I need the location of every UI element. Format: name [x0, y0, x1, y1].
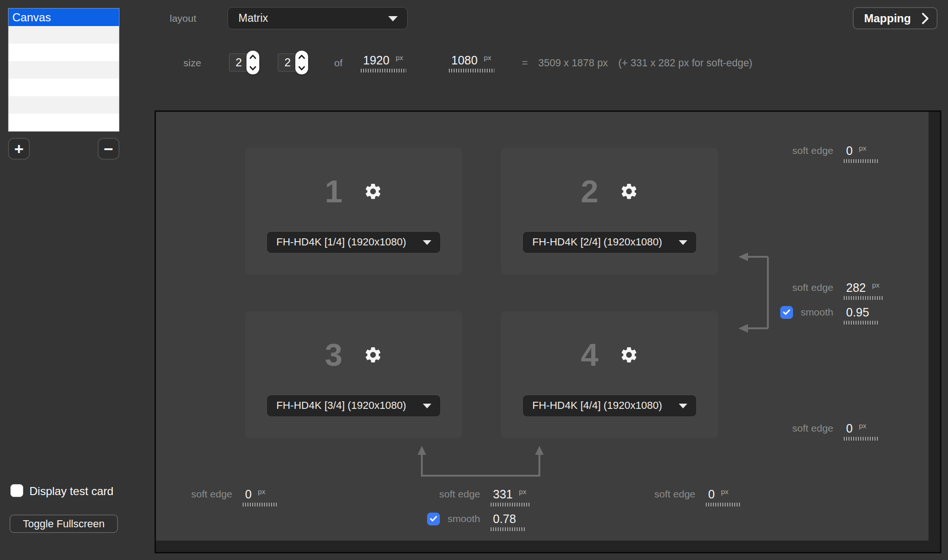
output-device-dropdown[interactable]: FH-HD4K [3/4] (1920x1080) [266, 395, 441, 417]
minus-icon: − [104, 141, 113, 157]
display-test-card-checkbox[interactable] [10, 484, 23, 497]
list-item[interactable] [9, 26, 119, 44]
soft-edge-scrubber[interactable]: 331px [493, 487, 527, 506]
soft-edge-right-between-rows: soft edge 282px smooth 0.95 [757, 280, 880, 325]
chevron-up-icon [249, 54, 256, 59]
output-device-dropdown[interactable]: FH-HD4K [2/4] (1920x1080) [522, 231, 697, 253]
soft-edge-scrubber[interactable]: 282px [846, 280, 880, 300]
output-device-value: FH-HD4K [2/4] (1920x1080) [532, 236, 662, 248]
size-label: size [183, 57, 201, 69]
list-item[interactable] [9, 61, 119, 79]
scrubber-ticks[interactable] [491, 503, 530, 506]
output-cell-2: 2 FH-HD4K [2/4] (1920x1080) [501, 148, 718, 275]
output-device-value: FH-HD4K [4/4] (1920x1080) [532, 399, 662, 411]
check-icon [783, 309, 791, 316]
scrubber-ticks[interactable] [706, 503, 740, 506]
mapping-button-label: Mapping [864, 12, 911, 25]
list-item[interactable] [9, 44, 119, 61]
px-unit: px [872, 281, 880, 289]
chevron-up-icon [298, 54, 305, 59]
soft-edge-label: soft edge [793, 421, 833, 435]
check-icon [429, 515, 438, 522]
gear-icon[interactable] [620, 345, 638, 364]
soft-edge-scrubber[interactable]: 0px [846, 144, 875, 163]
output-number: 4 [581, 338, 598, 372]
layout-dropdown-value: Matrix [238, 12, 268, 24]
smooth-scrubber[interactable]: 0.95 [846, 305, 875, 325]
gear-icon[interactable] [364, 345, 383, 364]
soft-edge-bottom-between-columns: soft edge 331px smooth 0.78 [404, 487, 527, 531]
smooth-label: smooth [447, 512, 480, 526]
smooth-scrubber[interactable]: 0.78 [493, 512, 522, 531]
chevron-right-icon [921, 12, 929, 25]
toggle-fullscreen-label: Toggle Fullscreen [23, 518, 104, 530]
plus-icon: + [14, 141, 24, 157]
layout-label: layout [170, 13, 196, 24]
cell-height-value: 1080 [451, 53, 478, 67]
px-unit: px [859, 422, 866, 430]
soft-edge-scrubber[interactable]: 0px [846, 421, 875, 441]
scrubber-ticks[interactable] [361, 69, 406, 72]
scrubber-ticks[interactable] [491, 527, 525, 531]
px-unit: px [396, 54, 403, 62]
layout-dropdown[interactable]: Matrix [228, 7, 408, 29]
cell-width-scrubber[interactable]: 1920px [363, 53, 403, 72]
output-number: 1 [325, 174, 342, 208]
list-item[interactable] [9, 114, 119, 131]
mapping-button[interactable]: Mapping [853, 7, 938, 29]
chevron-down-icon [679, 404, 687, 408]
px-unit: px [519, 488, 527, 496]
scrubber-ticks[interactable] [844, 437, 878, 441]
smooth-label: smooth [801, 305, 833, 319]
soft-edge-value: 0 [846, 144, 853, 158]
grid-columns-stepper[interactable] [246, 51, 259, 74]
smooth-checkbox[interactable] [427, 513, 440, 525]
soft-edge-value: 0 [708, 487, 715, 501]
computed-size-readout: = 3509 x 1878 px (+ 331 x 282 px for sof… [522, 57, 752, 69]
chevron-down-icon [298, 66, 305, 71]
grid-rows-stepper[interactable] [295, 51, 308, 74]
remove-canvas-button[interactable]: − [98, 138, 119, 160]
cell-height-scrubber[interactable]: 1080px [451, 53, 491, 72]
scrubber-ticks[interactable] [844, 159, 878, 163]
output-setup-window: Canvas + − layout Matrix Mapping size 2 … [0, 0, 948, 560]
scrubber-ticks[interactable] [449, 69, 494, 72]
add-canvas-button[interactable]: + [8, 138, 30, 160]
equals-sign: = [522, 57, 528, 69]
scrubber-ticks[interactable] [844, 296, 883, 300]
soft-edge-scrubber[interactable]: 0px [245, 487, 274, 506]
soft-edge-bottom-right: soft edge 0px [620, 487, 737, 506]
chevron-down-icon [249, 66, 256, 71]
column-overlap-arrow [412, 443, 551, 481]
chevron-down-icon [423, 240, 431, 245]
output-number: 2 [581, 174, 598, 208]
scrubber-ticks[interactable] [243, 503, 277, 506]
soft-edge-value: 0 [846, 421, 853, 435]
chevron-down-icon [423, 404, 431, 408]
output-device-value: FH-HD4K [3/4] (1920x1080) [276, 399, 406, 411]
output-cell-4: 4 FH-HD4K [4/4] (1920x1080) [501, 311, 718, 438]
soft-edge-label: soft edge [191, 487, 232, 501]
soft-edge-label: soft edge [793, 144, 833, 158]
list-item[interactable] [9, 96, 119, 114]
output-device-dropdown[interactable]: FH-HD4K [4/4] (1920x1080) [522, 395, 697, 417]
scrubber-ticks[interactable] [844, 321, 878, 325]
soft-edge-scrubber[interactable]: 0px [708, 487, 737, 506]
px-unit: px [484, 54, 492, 62]
soft-edge-label: soft edge [793, 280, 833, 295]
list-item-canvas[interactable]: Canvas [9, 9, 119, 26]
output-number: 3 [325, 338, 342, 372]
smooth-checkbox[interactable] [780, 306, 793, 319]
output-device-dropdown[interactable]: FH-HD4K [1/4] (1920x1080) [266, 231, 441, 253]
soft-edge-value: 282 [846, 280, 866, 295]
px-unit: px [859, 145, 866, 152]
gear-icon[interactable] [620, 182, 638, 201]
soft-edge-note: (+ 331 x 282 px for soft-edge) [619, 57, 753, 69]
toggle-fullscreen-button[interactable]: Toggle Fullscreen [9, 515, 118, 533]
soft-edge-value: 0 [245, 487, 252, 501]
smooth-value: 0.78 [493, 512, 516, 526]
list-item[interactable] [9, 79, 119, 96]
gear-icon[interactable] [364, 182, 383, 201]
canvas-list[interactable]: Canvas [8, 8, 119, 132]
soft-edge-bottom-right-side: soft edge 0px [757, 421, 875, 441]
